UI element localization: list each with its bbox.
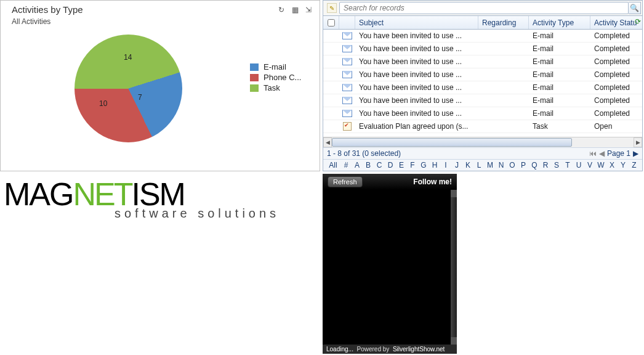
alpha-filter-letter[interactable]: S [551,161,562,169]
scroll-right-arrow[interactable]: ▶ [634,137,642,147]
row-subject: You have been invited to use ... [355,96,478,105]
alpha-filter-letter[interactable]: K [462,161,473,169]
pager-prev-icon[interactable]: ◀ [599,149,605,158]
alpha-filter-letter[interactable]: A [352,161,363,169]
search-input[interactable] [339,2,629,14]
table-row[interactable]: You have been invited to use ...E-mailCo… [323,43,642,55]
col-subject-header[interactable]: Subject [355,16,478,29]
row-icon-cell [339,71,355,78]
row-icon-cell [339,45,355,52]
mail-icon [342,32,352,39]
row-subject: Evaluation Plan agreed upon (s... [355,122,478,131]
widget-refresh-button[interactable]: Refresh [328,176,363,187]
slice-label-task: 14 [124,53,132,62]
search-bar: ✎ 🔍 [323,1,642,16]
follow-me-link[interactable]: Follow me! [413,178,452,186]
alpha-filter-letter[interactable]: Q [529,161,540,169]
table-row[interactable]: You have been invited to use ...E-mailCo… [323,55,642,68]
table-row[interactable]: You have been invited to use ...E-mailCo… [323,94,642,107]
col-icon-header [339,16,355,29]
alpha-filter-letter[interactable]: W [595,161,606,169]
row-activity-status: Open [590,122,642,131]
row-icon-cell [339,32,355,39]
row-activity-status: Completed [590,109,642,118]
search-button[interactable]: 🔍 [629,2,641,14]
table-row[interactable]: You have been invited to use ...E-mailCo… [323,30,642,43]
logo-subtitle: software solutions [115,206,280,221]
chart-subtitle: All Activities [1,16,320,28]
chart-grid-icon[interactable]: ▦ [290,5,300,15]
row-activity-type: E-mail [529,83,590,92]
vertical-scrollbar[interactable] [451,190,457,345]
note-icon[interactable]: ✎ [327,3,337,13]
alpha-filter-bar: All#ABCDEFGHIJKLMNOPQRSTUVWXYZ [323,159,642,171]
table-row[interactable]: You have been invited to use ...E-mailCo… [323,68,642,81]
alpha-filter-letter[interactable]: H [429,161,440,169]
alpha-filter-letter[interactable]: D [385,161,396,169]
col-status-header[interactable]: Activity Statu ⟳ [590,16,642,29]
alpha-filter-letter[interactable]: Y [618,161,629,169]
scroll-thumb[interactable] [332,138,572,147]
row-subject: You have been invited to use ... [355,70,478,79]
row-activity-status: Completed [590,83,642,92]
table-row[interactable]: You have been invited to use ...E-mailCo… [323,107,642,120]
grid-refresh-icon[interactable]: ⟳ [635,17,641,26]
table-row[interactable]: You have been invited to use ...E-mailCo… [323,81,642,94]
mail-icon [342,97,352,104]
row-activity-type: Task [529,122,590,131]
chart-refresh-icon[interactable]: ↻ [276,5,286,15]
legend-item[interactable]: Task [250,83,301,92]
pager: ⏮ ◀ Page 1 ▶ [589,149,638,158]
grid-rows: You have been invited to use ...E-mailCo… [323,30,642,137]
alpha-filter-letter[interactable]: G [418,161,429,169]
row-activity-type: E-mail [529,57,590,66]
alpha-filter-letter[interactable]: N [496,161,507,169]
pager-first-icon[interactable]: ⏮ [589,149,597,158]
horizontal-scrollbar[interactable]: ◀ ▶ [323,137,642,147]
alpha-filter-letter[interactable]: E [396,161,407,169]
alpha-filter-letter[interactable]: U [573,161,584,169]
alpha-filter-letter[interactable]: P [518,161,529,169]
alpha-filter-letter[interactable]: # [340,161,352,169]
powered-by-site[interactable]: SilverlightShow.net [393,346,445,353]
col-type-header[interactable]: Activity Type [529,16,590,29]
alpha-filter-letter[interactable]: J [451,161,462,169]
table-row[interactable]: Evaluation Plan agreed upon (s...TaskOpe… [323,120,642,133]
pie-chart[interactable] [74,35,182,142]
select-all-checkbox[interactable] [323,16,339,29]
grid-status-bar: 1 - 8 of 31 (0 selected) ⏮ ◀ Page 1 ▶ [323,147,642,159]
alpha-filter-letter[interactable]: V [584,161,595,169]
logo-panel: MAGNETISM software solutions [0,174,320,354]
mail-icon [342,84,352,91]
row-subject: You have been invited to use ... [355,44,478,53]
widget-footer: Loading... Powered by SilverlightShow.ne… [323,345,457,354]
alpha-filter-letter[interactable]: O [507,161,518,169]
activities-chart-panel: Activities by Type ↻ ▦ ⇲ All Activities … [0,0,320,171]
alpha-filter-letter[interactable]: B [363,161,374,169]
chart-export-icon[interactable]: ⇲ [304,5,313,15]
alpha-filter-letter[interactable]: R [540,161,551,169]
checkbox-icon[interactable] [328,19,335,27]
row-icon-cell [339,122,355,131]
alpha-filter-letter[interactable]: X [606,161,618,169]
alpha-filter-letter[interactable]: L [473,161,485,169]
alpha-filter-letter[interactable]: I [440,161,451,169]
legend-item[interactable]: Phone C... [250,73,301,82]
col-regarding-header[interactable]: Regarding [478,16,529,29]
alpha-filter-letter[interactable]: C [374,161,385,169]
alpha-filter-letter[interactable]: Z [629,161,640,169]
pager-next-icon[interactable]: ▶ [633,149,638,158]
row-activity-status: Completed [590,57,642,66]
legend-label: Task [264,83,280,92]
alpha-filter-all[interactable]: All [326,161,340,169]
row-subject: You have been invited to use ... [355,31,478,40]
scroll-left-arrow[interactable]: ◀ [323,137,332,147]
chart-toolbar: ↻ ▦ ⇲ [276,5,313,15]
alpha-filter-letter[interactable]: F [407,161,418,169]
alpha-filter-letter[interactable]: M [485,161,496,169]
legend-item[interactable]: E-mail [250,62,301,71]
row-subject: You have been invited to use ... [355,57,478,66]
row-icon-cell [339,97,355,104]
loading-text: Loading... [326,346,353,353]
alpha-filter-letter[interactable]: T [562,161,573,169]
